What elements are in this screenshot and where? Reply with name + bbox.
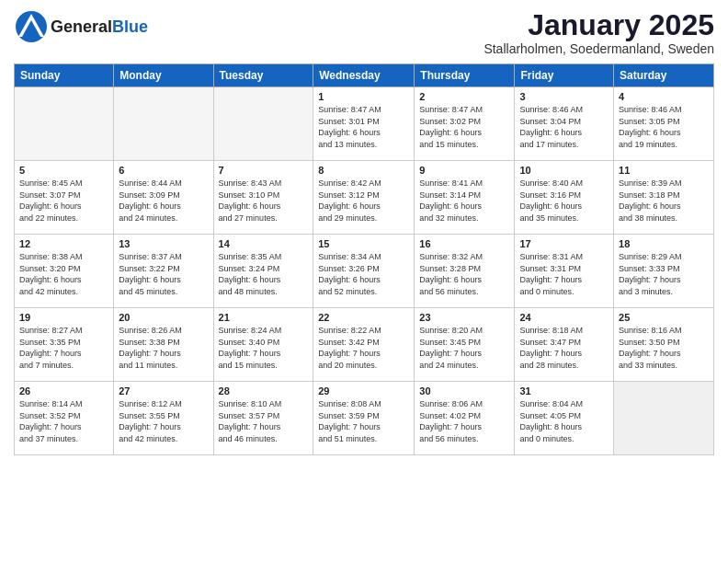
- calendar-week-5: 26Sunrise: 8:14 AM Sunset: 3:52 PM Dayli…: [15, 382, 714, 455]
- day-info: Sunrise: 8:06 AM Sunset: 4:02 PM Dayligh…: [419, 398, 509, 444]
- calendar-cell: [213, 87, 313, 161]
- day-number: 23: [419, 312, 509, 323]
- title-block: January 2025 Stallarholmen, Soedermanlan…: [483, 9, 714, 56]
- day-number: 25: [619, 312, 709, 323]
- day-number: 2: [419, 91, 509, 102]
- calendar-body: 1Sunrise: 8:47 AM Sunset: 3:01 PM Daylig…: [15, 87, 714, 455]
- day-info: Sunrise: 8:32 AM Sunset: 3:28 PM Dayligh…: [419, 251, 509, 297]
- calendar-cell: 14Sunrise: 8:35 AM Sunset: 3:24 PM Dayli…: [213, 235, 313, 308]
- calendar-cell: 13Sunrise: 8:37 AM Sunset: 3:22 PM Dayli…: [114, 235, 213, 308]
- calendar-cell: 26Sunrise: 8:14 AM Sunset: 3:52 PM Dayli…: [15, 382, 114, 455]
- calendar-cell: 31Sunrise: 8:04 AM Sunset: 4:05 PM Dayli…: [515, 382, 614, 455]
- calendar-cell: 27Sunrise: 8:12 AM Sunset: 3:55 PM Dayli…: [114, 382, 213, 455]
- calendar-header-row: Sunday Monday Tuesday Wednesday Thursday…: [15, 64, 714, 87]
- day-number: 12: [19, 238, 108, 249]
- logo-general-text: General: [51, 17, 112, 36]
- day-number: 5: [19, 165, 108, 176]
- calendar-week-4: 19Sunrise: 8:27 AM Sunset: 3:35 PM Dayli…: [15, 308, 714, 382]
- day-info: Sunrise: 8:45 AM Sunset: 3:07 PM Dayligh…: [19, 178, 108, 224]
- calendar-cell: 3Sunrise: 8:46 AM Sunset: 3:04 PM Daylig…: [515, 87, 614, 161]
- calendar-cell: 15Sunrise: 8:34 AM Sunset: 3:26 PM Dayli…: [313, 235, 415, 308]
- day-number: 15: [318, 238, 409, 249]
- day-info: Sunrise: 8:22 AM Sunset: 3:42 PM Dayligh…: [318, 325, 409, 371]
- calendar-cell: [15, 87, 114, 161]
- calendar-week-3: 12Sunrise: 8:38 AM Sunset: 3:20 PM Dayli…: [15, 235, 714, 308]
- day-number: 7: [219, 165, 309, 176]
- calendar-cell: 10Sunrise: 8:40 AM Sunset: 3:16 PM Dayli…: [515, 161, 614, 235]
- day-info: Sunrise: 8:41 AM Sunset: 3:14 PM Dayligh…: [419, 178, 509, 224]
- day-number: 27: [119, 385, 208, 396]
- day-info: Sunrise: 8:14 AM Sunset: 3:52 PM Dayligh…: [19, 398, 108, 444]
- day-info: Sunrise: 8:04 AM Sunset: 4:05 PM Dayligh…: [519, 398, 609, 444]
- day-info: Sunrise: 8:42 AM Sunset: 3:12 PM Dayligh…: [318, 178, 409, 224]
- day-info: Sunrise: 8:34 AM Sunset: 3:26 PM Dayligh…: [318, 251, 409, 297]
- day-number: 3: [519, 91, 609, 102]
- calendar-cell: 21Sunrise: 8:24 AM Sunset: 3:40 PM Dayli…: [213, 308, 313, 382]
- calendar-cell: 9Sunrise: 8:41 AM Sunset: 3:14 PM Daylig…: [415, 161, 515, 235]
- day-number: 29: [318, 385, 409, 396]
- day-number: 13: [119, 238, 208, 249]
- day-info: Sunrise: 8:29 AM Sunset: 3:33 PM Dayligh…: [619, 251, 709, 297]
- day-info: Sunrise: 8:47 AM Sunset: 3:02 PM Dayligh…: [419, 104, 509, 150]
- calendar-cell: 8Sunrise: 8:42 AM Sunset: 3:12 PM Daylig…: [313, 161, 415, 235]
- day-info: Sunrise: 8:31 AM Sunset: 3:31 PM Dayligh…: [519, 251, 609, 297]
- day-info: Sunrise: 8:43 AM Sunset: 3:10 PM Dayligh…: [219, 178, 309, 224]
- day-number: 11: [619, 165, 709, 176]
- day-info: Sunrise: 8:46 AM Sunset: 3:05 PM Dayligh…: [619, 104, 709, 150]
- day-info: Sunrise: 8:24 AM Sunset: 3:40 PM Dayligh…: [219, 325, 309, 371]
- calendar-cell: 22Sunrise: 8:22 AM Sunset: 3:42 PM Dayli…: [313, 308, 415, 382]
- logo-text: GeneralBlue: [51, 17, 148, 37]
- calendar-cell: 20Sunrise: 8:26 AM Sunset: 3:38 PM Dayli…: [114, 308, 213, 382]
- day-number: 4: [619, 91, 709, 102]
- calendar-cell: 16Sunrise: 8:32 AM Sunset: 3:28 PM Dayli…: [415, 235, 515, 308]
- day-info: Sunrise: 8:20 AM Sunset: 3:45 PM Dayligh…: [419, 325, 509, 371]
- calendar-cell: 2Sunrise: 8:47 AM Sunset: 3:02 PM Daylig…: [415, 87, 515, 161]
- col-tuesday: Tuesday: [213, 64, 313, 87]
- calendar-cell: 6Sunrise: 8:44 AM Sunset: 3:09 PM Daylig…: [114, 161, 213, 235]
- day-number: 22: [318, 312, 409, 323]
- location-text: Stallarholmen, Soedermanland, Sweden: [483, 41, 714, 56]
- day-number: 1: [318, 91, 409, 102]
- day-number: 9: [419, 165, 509, 176]
- day-number: 31: [519, 385, 609, 396]
- day-info: Sunrise: 8:12 AM Sunset: 3:55 PM Dayligh…: [119, 398, 208, 444]
- day-info: Sunrise: 8:40 AM Sunset: 3:16 PM Dayligh…: [519, 178, 609, 224]
- day-number: 8: [318, 165, 409, 176]
- calendar-cell: 18Sunrise: 8:29 AM Sunset: 3:33 PM Dayli…: [614, 235, 714, 308]
- day-number: 16: [419, 238, 509, 249]
- page-container: GeneralBlue January 2025 Stallarholmen, …: [0, 0, 728, 465]
- logo-blue-text: Blue: [112, 17, 148, 36]
- day-number: 18: [619, 238, 709, 249]
- day-number: 14: [219, 238, 309, 249]
- month-title: January 2025: [483, 9, 714, 41]
- calendar-table: Sunday Monday Tuesday Wednesday Thursday…: [14, 63, 714, 455]
- col-saturday: Saturday: [614, 64, 714, 87]
- day-info: Sunrise: 8:37 AM Sunset: 3:22 PM Dayligh…: [119, 251, 208, 297]
- day-number: 28: [219, 385, 309, 396]
- calendar-cell: 28Sunrise: 8:10 AM Sunset: 3:57 PM Dayli…: [213, 382, 313, 455]
- calendar-cell: [614, 382, 714, 455]
- col-sunday: Sunday: [15, 64, 114, 87]
- day-number: 26: [19, 385, 108, 396]
- day-info: Sunrise: 8:27 AM Sunset: 3:35 PM Dayligh…: [19, 325, 108, 371]
- col-monday: Monday: [114, 64, 213, 87]
- calendar-week-1: 1Sunrise: 8:47 AM Sunset: 3:01 PM Daylig…: [15, 87, 714, 161]
- day-info: Sunrise: 8:38 AM Sunset: 3:20 PM Dayligh…: [19, 251, 108, 297]
- day-number: 19: [19, 312, 108, 323]
- calendar-cell: 5Sunrise: 8:45 AM Sunset: 3:07 PM Daylig…: [15, 161, 114, 235]
- logo-icon: [14, 9, 49, 44]
- day-info: Sunrise: 8:47 AM Sunset: 3:01 PM Dayligh…: [318, 104, 409, 150]
- calendar-cell: 17Sunrise: 8:31 AM Sunset: 3:31 PM Dayli…: [515, 235, 614, 308]
- day-number: 30: [419, 385, 509, 396]
- calendar-cell: 25Sunrise: 8:16 AM Sunset: 3:50 PM Dayli…: [614, 308, 714, 382]
- calendar-cell: 11Sunrise: 8:39 AM Sunset: 3:18 PM Dayli…: [614, 161, 714, 235]
- day-info: Sunrise: 8:39 AM Sunset: 3:18 PM Dayligh…: [619, 178, 709, 224]
- day-info: Sunrise: 8:18 AM Sunset: 3:47 PM Dayligh…: [519, 325, 609, 371]
- page-header: GeneralBlue January 2025 Stallarholmen, …: [14, 9, 714, 56]
- calendar-cell: 23Sunrise: 8:20 AM Sunset: 3:45 PM Dayli…: [415, 308, 515, 382]
- day-number: 10: [519, 165, 609, 176]
- col-thursday: Thursday: [415, 64, 515, 87]
- day-number: 21: [219, 312, 309, 323]
- day-number: 6: [119, 165, 208, 176]
- day-info: Sunrise: 8:08 AM Sunset: 3:59 PM Dayligh…: [318, 398, 409, 444]
